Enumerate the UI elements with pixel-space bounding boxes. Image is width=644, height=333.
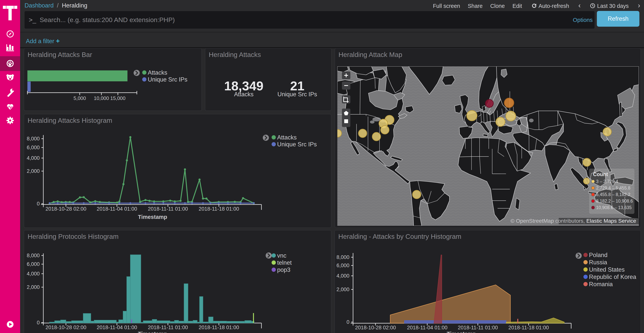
svg-text:Romania: Romania [589, 281, 613, 287]
svg-text:Republic of Korea: Republic of Korea [589, 273, 636, 280]
svg-text:8,000: 8,000 [27, 253, 40, 258]
svg-text:0: 0 [37, 201, 40, 207]
svg-text:2018-11-11 01:00: 2018-11-11 01:00 [458, 325, 498, 330]
svg-text:© OpenStreetMap contributors,: © OpenStreetMap contributors, Elastic Ma… [510, 218, 636, 224]
svg-text:3 – 2,729.4: 3 – 2,729.4 [596, 179, 618, 184]
svg-text:5,000: 5,000 [74, 95, 86, 101]
svg-text:Timestamp: Timestamp [138, 331, 167, 333]
svg-text:Poland: Poland [589, 252, 608, 258]
svg-text:6,000: 6,000 [27, 145, 40, 150]
svg-text:2018-11-18 01:00: 2018-11-18 01:00 [508, 325, 549, 330]
svg-text:2018-11-04 01:00: 2018-11-04 01:00 [407, 325, 447, 330]
svg-text:Unique Src IPs: Unique Src IPs [277, 141, 317, 148]
svg-text:Count: Count [593, 171, 608, 177]
svg-text:2,000: 2,000 [336, 286, 350, 292]
svg-text:United States: United States [589, 266, 625, 273]
svg-text:2018-11-04 01:00: 2018-11-04 01:00 [96, 206, 137, 212]
svg-text:2,000: 2,000 [27, 168, 40, 174]
svg-text:0: 0 [37, 320, 40, 325]
svg-text:10,000: 10,000 [94, 95, 109, 101]
svg-text:2018-11-18 01:00: 2018-11-18 01:00 [198, 206, 239, 212]
svg-text:2018-11-11 01:00: 2018-11-11 01:00 [148, 206, 188, 212]
svg-text:0: 0 [346, 319, 350, 325]
svg-text:Timestamp: Timestamp [447, 331, 476, 333]
svg-text:Russia: Russia [589, 259, 608, 266]
svg-text:8,182.2 – 10,908.6: 8,182.2 – 10,908.6 [596, 199, 633, 203]
svg-text:2018-10-28 02:00: 2018-10-28 02:00 [46, 206, 86, 212]
svg-text:2018-11-11 01:00: 2018-11-11 01:00 [148, 324, 188, 330]
svg-text:Attacks: Attacks [277, 134, 297, 141]
svg-text:2,729.4 – 5,455.8: 2,729.4 – 5,455.8 [596, 185, 630, 190]
svg-text:Attacks: Attacks [148, 69, 167, 76]
svg-text:Unique Src IPs: Unique Src IPs [148, 76, 188, 83]
svg-text:Timestamp: Timestamp [138, 214, 167, 220]
svg-text:5,455.8 – 8,182.2: 5,455.8 – 8,182.2 [596, 192, 630, 197]
svg-text:2018-10-28 02:00: 2018-10-28 02:00 [355, 325, 396, 330]
svg-text:4,000: 4,000 [27, 271, 40, 277]
svg-text:4,000: 4,000 [27, 155, 40, 161]
svg-text:4,000: 4,000 [336, 273, 350, 279]
svg-text:8,000: 8,000 [336, 254, 350, 260]
svg-text:2018-11-18 01:00: 2018-11-18 01:00 [198, 324, 239, 330]
svg-text:6,000: 6,000 [27, 261, 40, 267]
svg-text:2,000: 2,000 [27, 284, 40, 290]
svg-text:telnet: telnet [277, 259, 292, 266]
svg-text:2018-11-04 01:00: 2018-11-04 01:00 [96, 324, 137, 330]
svg-text:vnc: vnc [277, 252, 286, 259]
svg-text:pop3: pop3 [277, 266, 290, 273]
svg-text:2018-10-28 02:00: 2018-10-28 02:00 [46, 324, 86, 330]
svg-text:6,000: 6,000 [336, 263, 350, 268]
svg-text:15,000: 15,000 [110, 95, 126, 101]
svg-text:8,000: 8,000 [27, 136, 40, 142]
svg-text:10,908.6 – 13,635: 10,908.6 – 13,635 [596, 205, 632, 210]
